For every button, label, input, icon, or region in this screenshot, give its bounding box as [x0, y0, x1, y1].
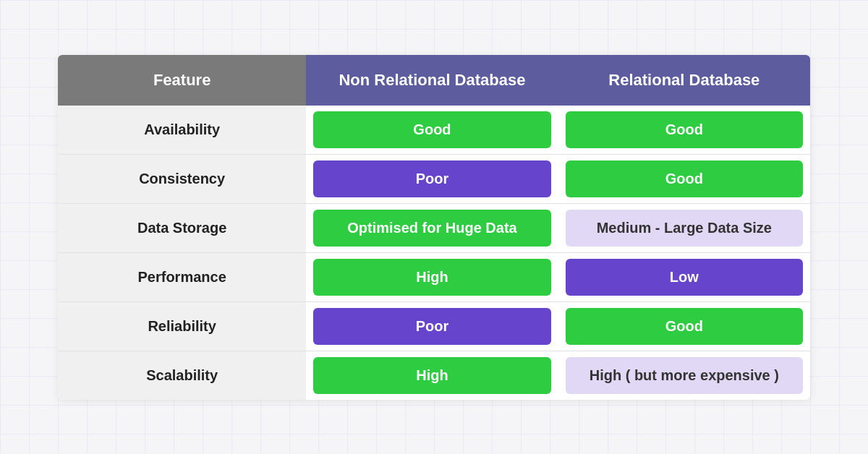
table-row: ConsistencyPoorGood	[58, 154, 810, 203]
non-relational-cell: Optimised for Huge Data	[306, 203, 558, 252]
table-row: AvailabilityGoodGood	[58, 106, 810, 155]
relational-cell: Good	[558, 301, 810, 351]
header-relational: Relational Database	[558, 55, 810, 106]
relational-cell: Medium - Large Data Size	[558, 203, 810, 252]
feature-cell: Scalability	[58, 351, 306, 400]
non-relational-cell: High	[306, 252, 558, 301]
header-non-relational: Non Relational Database	[306, 55, 558, 106]
table-row: PerformanceHighLow	[58, 252, 810, 301]
relational-cell: Low	[558, 252, 810, 301]
table-row: ReliabilityPoorGood	[58, 301, 810, 351]
feature-cell: Performance	[58, 252, 306, 301]
non-relational-cell: High	[306, 351, 558, 400]
relational-cell: Good	[558, 106, 810, 155]
relational-cell: Good	[558, 154, 810, 203]
non-relational-cell: Poor	[306, 301, 558, 351]
non-relational-cell: Good	[306, 106, 558, 155]
table-row: Data StorageOptimised for Huge DataMediu…	[58, 203, 810, 252]
non-relational-cell: Poor	[306, 154, 558, 203]
table-row: ScalabilityHighHigh ( but more expensive…	[58, 351, 810, 400]
relational-cell: High ( but more expensive )	[558, 351, 810, 400]
feature-cell: Reliability	[58, 301, 306, 351]
feature-cell: Availability	[58, 106, 306, 155]
feature-cell: Consistency	[58, 154, 306, 203]
feature-cell: Data Storage	[58, 203, 306, 252]
header-feature: Feature	[58, 55, 306, 106]
comparison-table: Feature Non Relational Database Relation…	[58, 55, 810, 400]
